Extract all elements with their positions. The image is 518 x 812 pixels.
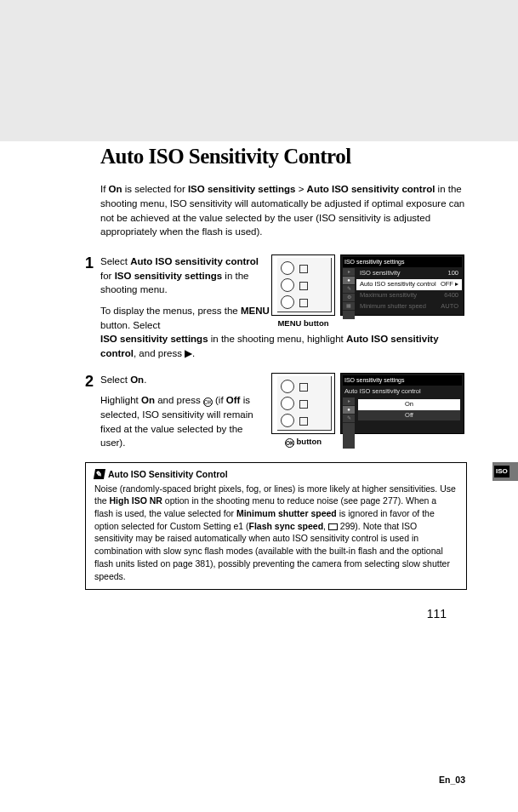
step-number: 1 xyxy=(85,252,94,274)
footer-label: En_03 xyxy=(439,774,465,786)
step2-text: Select On. Highlight On and press OK (if… xyxy=(100,373,270,450)
camera-back-diagram xyxy=(271,254,335,316)
lcd-screen-on-off: ISO sensitivity settings Auto ISO sensit… xyxy=(340,373,464,434)
ok-icon: OK xyxy=(285,438,294,448)
intro-paragraph: If On is selected for ISO sensitivity se… xyxy=(100,182,467,239)
note-icon: ✎ xyxy=(94,469,105,479)
note-box: ✎ Auto ISO Sensitivity Control Noise (ra… xyxy=(85,462,467,590)
right-arrow-icon: ▶ xyxy=(185,348,192,358)
side-tab-iso: ISO xyxy=(492,462,518,481)
step-2: 2 xyxy=(100,373,467,450)
side-tab-label: ISO xyxy=(494,466,509,477)
page-number: 111 xyxy=(100,605,467,622)
step1-text: Select Auto ISO sensitivity control for … xyxy=(100,254,270,332)
caption-menu-button: MENU button xyxy=(271,317,335,329)
note-title: ✎ Auto ISO Sensitivity Control xyxy=(94,468,458,481)
note-body: Noise (randomly-spaced bright pixels, fo… xyxy=(94,483,458,583)
step-1: 1 xyxy=(100,254,467,361)
page-title: Auto ISO Sensitivity Control xyxy=(100,141,467,172)
lcd-title: ISO sensitivity settings xyxy=(343,257,462,267)
step1-figures: MENU button ISO sensitivity settings ▸ ●… xyxy=(271,254,467,329)
lcd-screen-iso-settings: ISO sensitivity settings ▸ ● ✎ ⚙ ▦ xyxy=(340,254,464,316)
step2-figures: OK button ISO sensitivity settings Auto … xyxy=(271,373,467,448)
step-number: 2 xyxy=(85,370,94,392)
caption-ok-button: OK button xyxy=(271,436,335,448)
manual-ref-icon xyxy=(328,523,338,530)
ok-icon: OK xyxy=(203,397,213,407)
header-banner xyxy=(0,0,518,141)
camera-back-diagram xyxy=(271,373,335,434)
